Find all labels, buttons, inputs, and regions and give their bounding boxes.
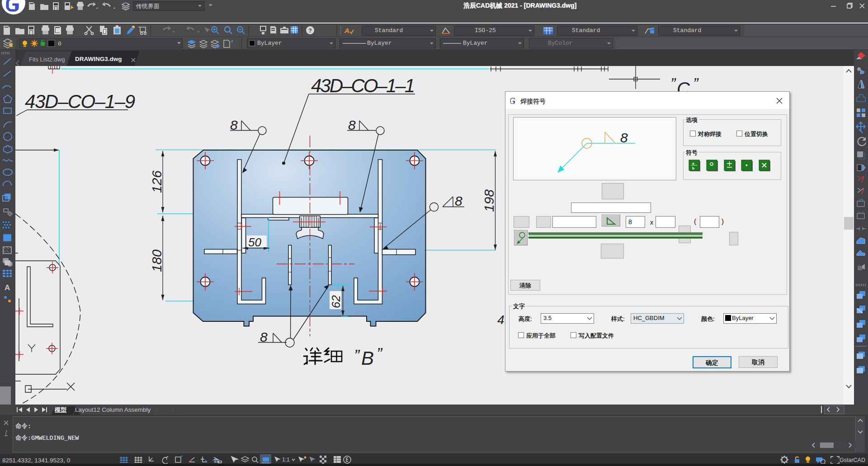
svg-text:GstarCAD: GstarCAD: [840, 457, 865, 463]
svg-text:43D–CO–1–9: 43D–CO–1–9: [25, 91, 135, 112]
svg-text:8: 8: [455, 193, 462, 208]
svg-text:198: 198: [481, 189, 496, 212]
svg-text:?: ?: [308, 27, 312, 34]
svg-text:8: 8: [260, 329, 268, 344]
svg-text:8: 8: [348, 118, 356, 132]
svg-text:50: 50: [248, 235, 261, 249]
svg-text:”: ”: [354, 347, 360, 365]
svg-text:8: 8: [620, 130, 628, 145]
svg-text:0: 0: [58, 41, 61, 47]
svg-text:”: ”: [693, 75, 699, 92]
svg-text:”: ”: [377, 345, 383, 363]
svg-text:B: B: [361, 348, 374, 369]
svg-text:A: A: [344, 27, 349, 34]
svg-text:a: a: [692, 161, 694, 165]
svg-text:126: 126: [149, 170, 164, 193]
svg-text:1:1: 1:1: [282, 457, 290, 463]
svg-text:Layout12 Column Assembly: Layout12 Column Assembly: [75, 406, 151, 413]
svg-text:62: 62: [329, 295, 343, 308]
svg-text:180: 180: [149, 249, 164, 272]
svg-text:A: A: [5, 283, 10, 292]
svg-text:b: b: [692, 166, 694, 170]
svg-text:43D–CO–1–1: 43D–CO–1–1: [311, 75, 415, 96]
svg-text:8: 8: [230, 118, 238, 132]
svg-text:模型: 模型: [54, 406, 66, 413]
svg-text:4: 4: [497, 313, 505, 327]
svg-text:”: ”: [670, 75, 676, 92]
